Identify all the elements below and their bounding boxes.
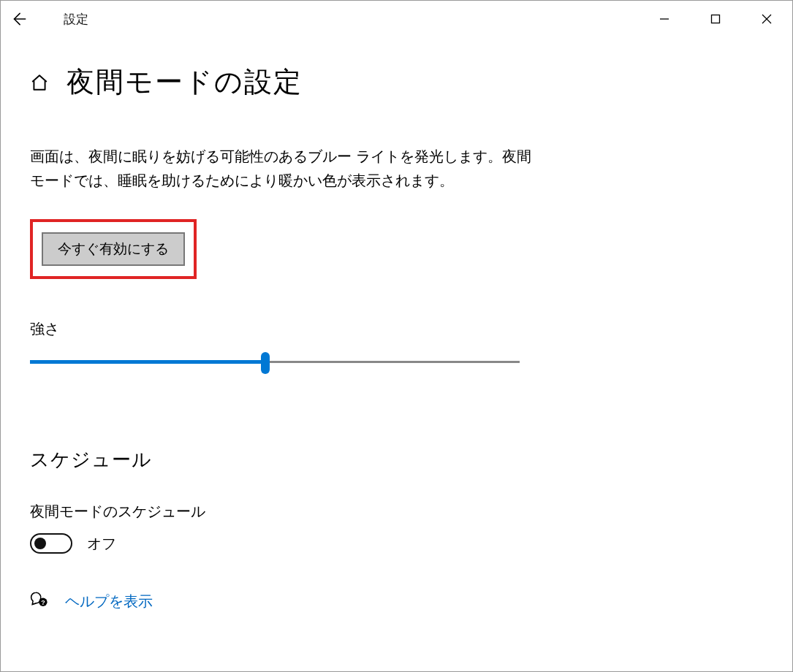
help-icon: ? [30, 590, 49, 612]
strength-label: 強さ [30, 319, 763, 339]
page-header: 夜間モードの設定 [30, 64, 763, 101]
schedule-toggle[interactable] [30, 533, 72, 554]
enable-now-button[interactable]: 今すぐ有効にする [42, 232, 185, 266]
window-controls [639, 1, 792, 37]
minimize-button[interactable] [639, 1, 690, 37]
home-button[interactable] [30, 73, 49, 92]
svg-text:?: ? [41, 599, 45, 606]
toggle-knob [34, 538, 46, 549]
page-description: 画面は、夜間に眠りを妨げる可能性のあるブルー ライトを発光します。夜間モードでは… [30, 145, 542, 193]
app-title: 設定 [37, 11, 88, 28]
schedule-toggle-state: オフ [87, 534, 116, 554]
highlight-annotation: 今すぐ有効にする [30, 219, 197, 279]
schedule-heading: スケジュール [30, 447, 763, 473]
help-row: ? ヘルプを表示 [30, 590, 763, 612]
help-link[interactable]: ヘルプを表示 [65, 592, 153, 611]
slider-fill [30, 360, 265, 364]
back-button[interactable] [1, 1, 37, 37]
page-title: 夜間モードの設定 [67, 64, 303, 101]
schedule-toggle-label: 夜間モードのスケジュール [30, 502, 763, 522]
content-area: 夜間モードの設定 画面は、夜間に眠りを妨げる可能性のあるブルー ライトを発光しま… [1, 37, 792, 638]
schedule-toggle-row: オフ [30, 533, 763, 554]
maximize-button[interactable] [690, 1, 741, 37]
slider-thumb[interactable] [261, 352, 270, 374]
titlebar: 設定 [1, 1, 792, 37]
titlebar-left: 設定 [1, 1, 88, 37]
close-button[interactable] [741, 1, 792, 37]
strength-slider[interactable] [30, 352, 520, 381]
svg-rect-2 [712, 15, 720, 23]
